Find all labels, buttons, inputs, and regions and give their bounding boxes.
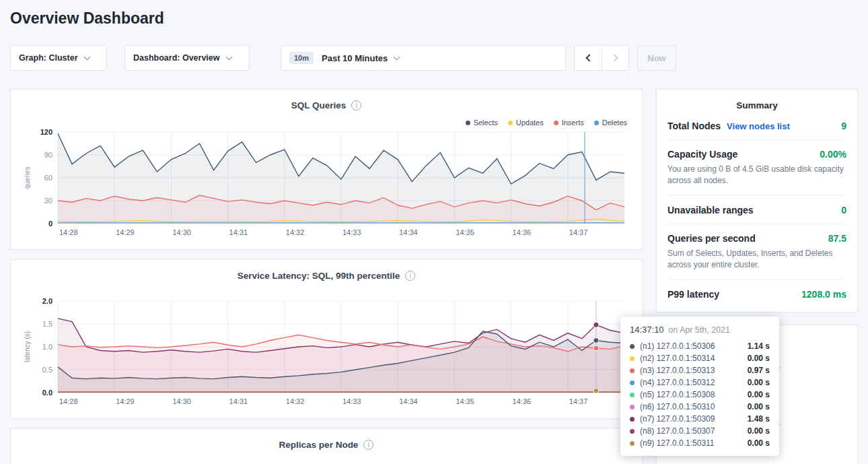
now-button[interactable]: Now [637, 45, 676, 71]
svg-text:14:31: 14:31 [229, 228, 248, 236]
info-icon[interactable]: i [351, 100, 361, 110]
summary-row-top: Queries per second87.5 [667, 233, 846, 244]
series-dot-icon [630, 356, 635, 361]
dashboard-dropdown[interactable]: Dashboard: Overview [124, 45, 250, 71]
svg-text:14:34: 14:34 [399, 397, 418, 405]
svg-text:14:33: 14:33 [342, 397, 361, 405]
tooltip-row-label: (n4) 127.0.0.1:50312 [640, 378, 715, 387]
series-dot-icon [630, 417, 635, 422]
summary-row-top: Total NodesView nodes list9 [667, 121, 846, 131]
tooltip-row-value: 0.00 s [748, 438, 770, 448]
legend-item-deletes[interactable]: Deletes [594, 117, 627, 128]
tooltip-row-label: (n2) 127.0.0.1:50314 [640, 354, 715, 363]
series-dot-icon [630, 368, 635, 373]
service-latency-chart-title: Service Latency: SQL, 99th percentile [238, 271, 400, 281]
series-dot-icon [630, 441, 635, 446]
tooltip-row: (n9) 127.0.0.1:503110.00 s [630, 437, 770, 449]
svg-text:14:32: 14:32 [286, 228, 305, 236]
tooltip-row-value: 1.48 s [748, 414, 770, 424]
svg-text:latency (s): latency (s) [24, 331, 31, 362]
summary-row: P99 latency1208.0 ms [667, 280, 846, 308]
summary-row: Total NodesView nodes list9 [667, 112, 846, 140]
svg-text:14:35: 14:35 [456, 228, 474, 236]
toolbar: Graph: Cluster Dashboard: Overview 10m P… [10, 45, 858, 71]
legend-label: Selects [474, 119, 498, 127]
sql-queries-chart[interactable]: 030609012014:2814:2914:3014:3114:3214:33… [22, 128, 631, 241]
summary-rows: Total NodesView nodes list9Capacity Usag… [667, 112, 846, 308]
chevron-down-icon [225, 53, 232, 60]
service-latency-chart[interactable]: 0.00.51.01.52.014:2814:2914:3014:3114:32… [22, 297, 631, 410]
series-dot-icon [630, 393, 635, 397]
tooltip-date: on Apr 5th, 2021 [668, 325, 730, 335]
time-range-dropdown[interactable]: 10m Past 10 Minutes [281, 45, 566, 71]
info-icon[interactable]: i [363, 440, 373, 450]
charts-column: SQL Queries i SelectsUpdatesInsertsDelet… [10, 89, 643, 464]
svg-text:0: 0 [48, 220, 52, 228]
tooltip-row-label: (n8) 127.0.0.1:50307 [640, 426, 715, 436]
legend-label: Updates [516, 119, 544, 127]
svg-text:14:29: 14:29 [116, 397, 135, 405]
chevron-down-icon [83, 53, 90, 60]
svg-text:14:35: 14:35 [456, 397, 474, 405]
series-dot-icon [630, 344, 635, 349]
summary-row-label: Unavailable ranges [667, 205, 754, 216]
tooltip-row-value: 0.00 s [748, 378, 770, 387]
service-latency-card: Service Latency: SQL, 99th percentile i … [10, 259, 643, 419]
svg-text:14:37: 14:37 [569, 397, 588, 405]
tooltip-row: (n2) 127.0.0.1:503140.00 s [630, 352, 770, 364]
tooltip-row-value: 0.00 s [748, 354, 770, 363]
tooltip-row: (n7) 127.0.0.1:503091.48 s [630, 413, 770, 425]
summary-row-value: 9 [841, 121, 846, 131]
graph-dropdown-label: Graph: Cluster [19, 53, 78, 63]
summary-row-label: Capacity Usage [667, 149, 737, 160]
tooltip-row-label: (n5) 127.0.0.1:50308 [640, 390, 715, 399]
svg-text:1.5: 1.5 [42, 320, 52, 328]
svg-text:14:37: 14:37 [569, 228, 588, 236]
replicas-per-node-card: Replicas per Node i [10, 428, 643, 464]
info-icon[interactable]: i [405, 271, 415, 281]
svg-text:14:36: 14:36 [513, 397, 532, 405]
view-nodes-list-link[interactable]: View nodes list [727, 121, 790, 131]
next-timeframe-button[interactable] [602, 46, 628, 70]
tooltip-row: (n3) 127.0.0.1:503130.97 s [630, 364, 770, 376]
svg-text:90: 90 [44, 151, 52, 159]
chart-title-row: Service Latency: SQL, 99th percentile i [22, 269, 631, 282]
previous-timeframe-button[interactable] [575, 46, 602, 70]
svg-text:30: 30 [44, 197, 52, 205]
dashboard-dropdown-label: Dashboard: Overview [133, 53, 220, 63]
svg-text:120: 120 [40, 128, 52, 136]
legend-item-selects[interactable]: Selects [466, 117, 498, 128]
tooltip-row: (n8) 127.0.0.1:503070.00 s [630, 425, 770, 437]
tooltip-row-value: 0.00 s [748, 390, 770, 399]
summary-row: Unavailable ranges0 [667, 196, 846, 224]
legend-dot-icon [466, 121, 470, 125]
time-step-buttons [574, 45, 629, 71]
series-dot-icon [630, 405, 635, 409]
legend-item-inserts[interactable]: Inserts [554, 117, 584, 128]
svg-text:2.0: 2.0 [42, 297, 52, 305]
page-title: Overview Dashboard [10, 9, 164, 28]
svg-text:14:28: 14:28 [59, 397, 78, 405]
tooltip-header: 14:37:10 on Apr 5th, 2021 [630, 325, 770, 335]
chevron-down-icon [394, 53, 400, 60]
summary-row-top: Unavailable ranges0 [667, 205, 846, 216]
tooltip-row: (n1) 127.0.0.1:503061.14 s [630, 340, 770, 352]
legend-dot-icon [594, 121, 599, 125]
svg-text:60: 60 [44, 174, 52, 182]
chart-hover-tooltip: 14:37:10 on Apr 5th, 2021 (n1) 127.0.0.1… [620, 317, 779, 456]
time-range-label: Past 10 Minutes [322, 53, 388, 63]
svg-text:14:30: 14:30 [172, 228, 191, 236]
tooltip-row-label: (n3) 127.0.0.1:50313 [640, 366, 715, 375]
summary-row-desc: Sum of Selects, Updates, Inserts, and De… [667, 248, 846, 271]
summary-row-top: Capacity Usage0.00% [667, 149, 846, 160]
summary-row-label: P99 latency [667, 289, 719, 300]
legend-label: Inserts [562, 119, 584, 127]
svg-text:14:34: 14:34 [399, 228, 418, 236]
svg-text:0.5: 0.5 [42, 366, 52, 374]
summary-title: Summary [667, 100, 846, 110]
replicas-chart-title: Replicas per Node [279, 440, 359, 450]
legend-item-updates[interactable]: Updates [508, 117, 544, 128]
summary-row: Capacity Usage0.00%You are using 0 B of … [667, 140, 846, 196]
time-range-badge: 10m [289, 52, 314, 64]
graph-dropdown[interactable]: Graph: Cluster [10, 45, 107, 71]
